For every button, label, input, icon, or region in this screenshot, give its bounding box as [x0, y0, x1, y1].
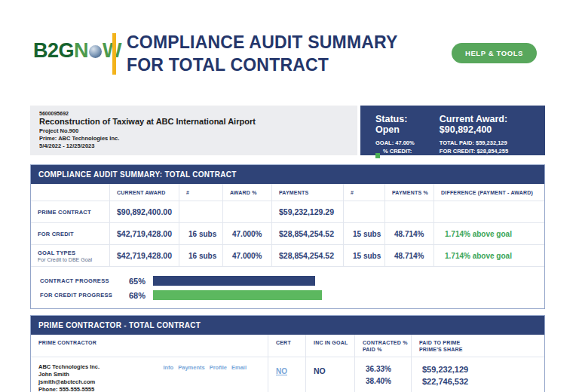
- payments-pct-value: [385, 201, 434, 222]
- credit-legend-icon: [375, 153, 380, 158]
- info-link[interactable]: Info: [163, 364, 173, 371]
- prime-contractor-section: PRIME CONTRACTOR - TOTAL CONTRACT PRIME …: [30, 315, 545, 392]
- audit-header-row: CURRENT AWARD # AWARD % PAYMENTS # PAYME…: [31, 184, 544, 201]
- col-inc-in-goal: INC IN GOAL: [306, 335, 355, 357]
- col-contracted-line1: CONTRACTED %: [363, 339, 411, 346]
- prime-section-header: PRIME CONTRACTOR - TOTAL CONTRACT: [31, 316, 544, 335]
- col-payments-pct: PAYMENTS %: [385, 184, 434, 201]
- page-title-line2: FOR TOTAL CONTRACT: [127, 54, 398, 76]
- credit-progress-track: [153, 290, 402, 300]
- page-title: COMPLIANCE AUDIT SUMMARY FOR TOTAL CONTR…: [127, 31, 398, 76]
- payments-pct-value: 48.714%: [385, 223, 434, 244]
- progress-area: CONTRACT PROGRESS 65% FOR CREDIT PROGRES…: [31, 267, 544, 301]
- table-row-goal-types: GOAL TYPES For Credit to DBE Goal $42,71…: [31, 245, 544, 267]
- prime-header-row: PRIME CONTRACTOR CERT INC IN GOAL CONTRA…: [31, 335, 544, 357]
- paid-pct-value: 38.40%: [363, 375, 411, 387]
- col-paid-line1: PAID TO PRIME: [419, 339, 544, 346]
- payments-value: $59,232,129.29: [272, 201, 344, 222]
- row-label: PRIME CONTRACT: [31, 201, 110, 222]
- project-name: Reconstruction of Taxiway at ABC Interna…: [39, 117, 348, 126]
- contract-progress-value: 65%: [129, 277, 153, 286]
- col-current-award: CURRENT AWARD: [110, 184, 179, 201]
- cert-link[interactable]: NO: [276, 367, 287, 375]
- globe-icon: [89, 45, 102, 58]
- page-title-line1: COMPLIANCE AUDIT SUMMARY: [127, 31, 398, 54]
- row-label-group: GOAL TYPES For Credit to DBE Goal: [31, 245, 110, 266]
- status-card: Status: Open GOAL: 47.00% % CREDIT: 48.7…: [360, 106, 545, 155]
- payments-pct-value: 48.714%: [385, 245, 434, 266]
- col-payments: PAYMENTS: [272, 184, 344, 201]
- difference-value: 1.714% above goal: [434, 245, 544, 266]
- paid-to-prime-value: $59,232,129: [419, 363, 544, 375]
- col-contracted-paid: CONTRACTED % PAID %: [355, 335, 412, 357]
- email-link[interactable]: Email: [231, 364, 247, 371]
- inc-in-goal-value: NO: [314, 366, 326, 375]
- table-row-for-credit: FOR CREDIT $42,719,428.00 16 subs 47.000…: [31, 223, 544, 245]
- col-paid-line2: PRIME'S SHARE: [419, 346, 544, 353]
- credit-progress-label: FOR CREDIT PROGRESS: [40, 292, 129, 299]
- audit-section-header: COMPLIANCE AUDIT SUMMARY: TOTAL CONTRACT: [31, 165, 544, 184]
- current-award: Current Award: $90,892,400: [440, 114, 545, 135]
- payment-subs-value: 15 subs: [344, 245, 385, 266]
- project-id: 5600095692: [39, 111, 348, 116]
- credit-progress-value: 68%: [129, 291, 153, 300]
- status-goal: GOAL: 47.00%: [375, 139, 426, 147]
- profile-link[interactable]: Profile: [210, 364, 227, 371]
- top-header: B2GNW COMPLIANCE AUDIT SUMMARY FOR TOTAL…: [0, 0, 579, 94]
- audit-table: CURRENT AWARD # AWARD % PAYMENTS # PAYME…: [31, 184, 544, 267]
- credit-progress-row: FOR CREDIT PROGRESS 68%: [40, 289, 544, 301]
- cert-cell: NO: [268, 357, 306, 392]
- prime-contractor-row: ABC Technologies Inc. John Smith jsmith@…: [31, 357, 544, 392]
- difference-value: [434, 201, 544, 222]
- project-info-card: 5600095692 Reconstruction of Taxiway at …: [30, 106, 357, 155]
- audit-summary-section: COMPLIANCE AUDIT SUMMARY: TOTAL CONTRACT…: [30, 164, 545, 309]
- project-dates: 5/4/2022 - 12/25/2023: [39, 142, 348, 150]
- gold-divider: [112, 33, 116, 75]
- credit-progress-bar: [153, 290, 322, 300]
- status-open: Status: Open: [375, 114, 426, 135]
- help-tools-button[interactable]: HELP & TOOLS: [452, 43, 537, 63]
- row-sublabel: For Credit to DBE Goal: [38, 257, 109, 262]
- col-payment-count: #: [344, 184, 385, 201]
- row-label: FOR CREDIT: [31, 223, 110, 244]
- contractor-email: jsmith@abctech.com: [38, 378, 268, 386]
- col-contracted-line2: PAID %: [363, 346, 411, 353]
- contractor-contact: John Smith: [38, 371, 268, 378]
- award-subs-value: [179, 201, 223, 222]
- award-pct-value: [223, 201, 272, 222]
- col-award-pct: AWARD %: [223, 184, 272, 201]
- payments-value: $28,854,254.52: [272, 223, 344, 244]
- payments-value: $28,854,254.52: [272, 245, 344, 266]
- for-credit: FOR CREDIT: $28,854,255: [440, 147, 545, 155]
- col-difference: DIFFERENCE (PAYMENT - AWARD): [434, 184, 544, 201]
- status-credit-row: % CREDIT: 48.71%: [375, 147, 426, 164]
- payments-link[interactable]: Payments: [178, 364, 204, 371]
- logo-text-n: N: [74, 39, 88, 62]
- award-column: Current Award: $90,892,400 TOTAL PAID: $…: [440, 114, 545, 155]
- award-pct-value: 47.000%: [223, 223, 272, 244]
- contracted-paid-cell: 36.33% 38.40%: [355, 357, 412, 392]
- contract-progress-bar: [153, 276, 315, 286]
- col-cert: CERT: [268, 335, 306, 357]
- col-award-count: #: [179, 184, 223, 201]
- payment-subs-value: [344, 201, 385, 222]
- contracted-pct-value: 36.33%: [363, 363, 411, 375]
- inc-in-goal-cell: NO: [306, 357, 355, 392]
- status-credit: % CREDIT: 48.71%: [383, 147, 426, 164]
- current-award-value: $90,892,400.00: [110, 201, 179, 222]
- table-row-prime-contract: PRIME CONTRACT $90,892,400.00 $59,232,12…: [31, 201, 544, 223]
- row-label: GOAL TYPES: [38, 250, 109, 256]
- award-pct-value: 47.000%: [223, 245, 272, 266]
- project-prime: Prime: ABC Technologies Inc.: [39, 135, 348, 142]
- award-subs-value: 16 subs: [179, 245, 223, 266]
- paid-to-prime-cell: $59,232,129 $22,746,532: [412, 357, 544, 392]
- difference-value: 1.714% above goal: [434, 223, 544, 244]
- contractor-info-cell: ABC Technologies Inc. John Smith jsmith@…: [31, 357, 268, 392]
- b2gnow-logo: B2GNW: [33, 39, 121, 63]
- col-empty: [31, 184, 110, 201]
- award-subs-value: 16 subs: [179, 223, 223, 244]
- payment-subs-value: 15 subs: [344, 223, 385, 244]
- status-column: Status: Open GOAL: 47.00% % CREDIT: 48.7…: [375, 114, 426, 155]
- contractor-phone: Phone: 555-555-5555: [38, 386, 268, 392]
- contract-progress-row: CONTRACT PROGRESS 65%: [40, 275, 544, 286]
